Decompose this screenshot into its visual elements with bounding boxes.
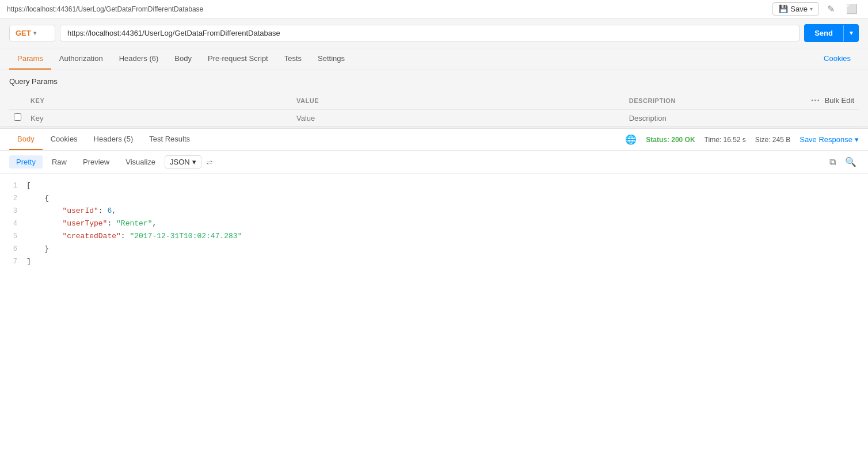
json-chevron-icon: ▾ (192, 158, 196, 166)
code-line-2: 2 { (9, 192, 859, 205)
more-options-icon[interactable]: ⋯ (810, 95, 820, 106)
row-checkbox[interactable] (14, 113, 21, 121)
url-input[interactable] (60, 25, 800, 41)
code-content-2: { (26, 192, 49, 205)
response-tab-test-results[interactable]: Test Results (141, 129, 198, 150)
bulk-edit-button[interactable]: Bulk Edit (825, 96, 854, 105)
value-input[interactable] (296, 114, 620, 123)
tab-body[interactable]: Body (166, 48, 200, 70)
line-num-7: 7 (9, 255, 26, 268)
description-input[interactable] (629, 114, 854, 123)
line-num-6: 6 (9, 243, 26, 255)
request-panel: GET ▾ Send ▾ Params Authorization Header… (0, 18, 868, 127)
code-content-6: } (26, 243, 49, 255)
status-time: Time: 16.52 s (705, 136, 746, 144)
code-area: 1 [ 2 { 3 "userId": 6, 4 "userType": "Re… (0, 174, 868, 474)
status-size: Size: 245 B (755, 136, 790, 144)
col-description: DESCRIPTION ⋯ Bulk Edit (625, 91, 859, 110)
code-line-7: 7 ] (9, 255, 859, 268)
tab-cookies[interactable]: Cookies (816, 48, 859, 70)
save-chevron-icon: ▾ (810, 6, 813, 12)
description-cell (625, 110, 859, 127)
globe-icon: 🌐 (625, 134, 637, 145)
tab-tests[interactable]: Tests (276, 48, 310, 70)
code-line-4: 4 "userType": "Renter", (9, 217, 859, 230)
response-tab-cookies[interactable]: Cookies (43, 129, 86, 150)
save-button[interactable]: 💾 Save ▾ (772, 2, 819, 16)
line-num-1: 1 (9, 179, 26, 192)
send-button[interactable]: Send ▾ (804, 24, 859, 42)
params-section: Query Params KEY VALUE DESCRIPTION ⋯ Bul… (0, 70, 868, 127)
search-button[interactable]: 🔍 (843, 155, 859, 169)
response-tab-body[interactable]: Body (9, 129, 43, 150)
json-format-select[interactable]: JSON ▾ (165, 155, 201, 169)
code-content-1: [ (26, 179, 31, 192)
tab-pre-request-script[interactable]: Pre-request Script (200, 48, 276, 70)
format-tab-visualize[interactable]: Visualize (119, 155, 162, 169)
col-key: KEY (26, 91, 292, 110)
code-line-3: 3 "userId": 6, (9, 205, 859, 217)
url-bar: GET ▾ Send ▾ (0, 18, 868, 48)
code-content-3: "userId": 6, (26, 205, 116, 217)
format-tab-raw[interactable]: Raw (45, 155, 74, 169)
method-label: GET (16, 29, 31, 37)
copy-button[interactable]: ⧉ (827, 155, 838, 169)
save-response-label: Save Response (800, 135, 852, 144)
tab-headers[interactable]: Headers (6) (111, 48, 167, 70)
desc-header: DESCRIPTION (629, 97, 676, 104)
request-tabs: Params Authorization Headers (6) Body Pr… (0, 48, 868, 70)
row-checkbox-cell (9, 110, 26, 127)
params-table: KEY VALUE DESCRIPTION ⋯ Bulk Edit (9, 91, 859, 127)
line-num-5: 5 (9, 230, 26, 243)
send-chevron-icon: ▾ (844, 25, 859, 41)
line-num-3: 3 (9, 205, 26, 217)
code-line-6: 6 } (9, 243, 859, 255)
line-num-2: 2 (9, 192, 26, 205)
table-row (9, 110, 859, 127)
save-label: Save (790, 5, 808, 13)
response-panel: Body Cookies Headers (5) Test Results 🌐 … (0, 129, 868, 474)
tab-params[interactable]: Params (9, 48, 51, 70)
response-tabs: Body Cookies Headers (5) Test Results 🌐 … (0, 129, 868, 151)
filter-icon[interactable]: ⇌ (206, 158, 213, 167)
line-num-4: 4 (9, 217, 26, 230)
col-value: VALUE (292, 91, 625, 110)
format-tab-pretty[interactable]: Pretty (9, 155, 43, 169)
top-bar-actions: 💾 Save ▾ ✎ ⬜ (772, 2, 861, 16)
key-input[interactable] (31, 114, 287, 123)
tab-settings[interactable]: Settings (310, 48, 353, 70)
response-tab-headers[interactable]: Headers (5) (86, 129, 142, 150)
response-status: 🌐 Status: 200 OK Time: 16.52 s Size: 245… (625, 134, 859, 145)
format-bar: Pretty Raw Preview Visualize JSON ▾ ⇌ ⧉ … (0, 151, 868, 174)
key-cell (26, 110, 292, 127)
format-tab-preview[interactable]: Preview (76, 155, 116, 169)
code-content-4: "userType": "Renter", (26, 217, 157, 230)
window-button[interactable]: ⬜ (843, 2, 861, 16)
query-params-title: Query Params (9, 77, 859, 86)
top-bar-url: https://localhost:44361/UserLog/GetDataF… (7, 5, 203, 13)
status-ok: Status: 200 OK (646, 136, 695, 144)
bulk-edit-area: DESCRIPTION ⋯ Bulk Edit (629, 95, 854, 106)
save-response-chevron-icon: ▾ (855, 135, 859, 144)
save-response-button[interactable]: Save Response ▾ (800, 135, 859, 144)
save-icon: 💾 (779, 5, 788, 13)
value-cell (292, 110, 625, 127)
format-bar-right: ⧉ 🔍 (827, 155, 859, 169)
top-bar: https://localhost:44361/UserLog/GetDataF… (0, 0, 868, 18)
edit-button[interactable]: ✎ (824, 2, 838, 16)
method-chevron-icon: ▾ (33, 30, 36, 36)
code-content-5: "createdDate": "2017-12-31T10:02:47.283" (26, 230, 242, 243)
code-line-5: 5 "createdDate": "2017-12-31T10:02:47.28… (9, 230, 859, 243)
main-layout: GET ▾ Send ▾ Params Authorization Header… (0, 18, 868, 474)
col-checkbox (9, 91, 26, 110)
send-label: Send (804, 24, 843, 42)
tab-authorization[interactable]: Authorization (51, 48, 111, 70)
code-line-1: 1 [ (9, 179, 859, 192)
json-format-label: JSON (170, 158, 190, 166)
code-content-7: ] (26, 255, 31, 268)
method-select[interactable]: GET ▾ (9, 25, 55, 41)
